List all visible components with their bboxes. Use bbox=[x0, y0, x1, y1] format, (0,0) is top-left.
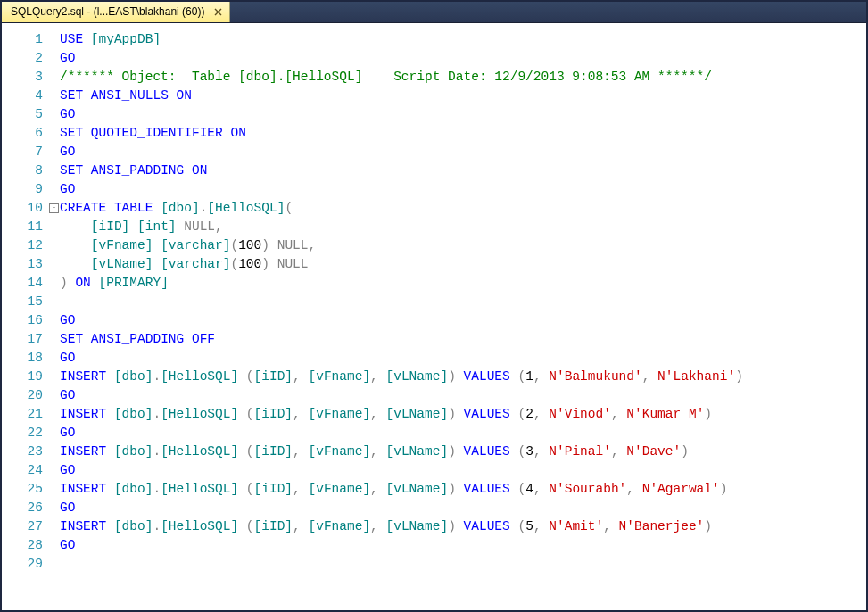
fold-marker bbox=[48, 49, 60, 68]
code-line[interactable]: USE [myAppDB] bbox=[60, 30, 866, 49]
fold-marker bbox=[48, 480, 60, 499]
code-line[interactable]: GO bbox=[60, 499, 866, 517]
file-tab[interactable]: SQLQuery2.sql - (l...EAST\blakhani (60)) bbox=[2, 2, 230, 22]
fold-marker bbox=[48, 368, 60, 386]
fold-marker bbox=[48, 274, 60, 293]
code-line[interactable]: GO bbox=[60, 349, 866, 368]
fold-marker bbox=[48, 517, 60, 536]
fold-marker bbox=[48, 424, 60, 442]
code-line[interactable]: GO bbox=[60, 386, 866, 405]
line-number: 22 bbox=[2, 424, 43, 442]
fold-marker bbox=[48, 536, 60, 555]
code-line[interactable]: INSERT [dbo].[HelloSQL] ([iID], [vFname]… bbox=[60, 442, 866, 461]
code-line[interactable]: INSERT [dbo].[HelloSQL] ([iID], [vFname]… bbox=[60, 405, 866, 424]
code-line[interactable]: GO bbox=[60, 461, 866, 480]
code-line[interactable]: GO bbox=[60, 536, 866, 555]
line-number: 10 bbox=[2, 199, 43, 218]
line-number: 24 bbox=[2, 461, 43, 480]
tab-title: SQLQuery2.sql - (l...EAST\blakhani (60)) bbox=[11, 3, 204, 21]
code-line[interactable]: GO bbox=[60, 143, 866, 161]
fold-marker bbox=[48, 442, 60, 461]
line-number: 27 bbox=[2, 517, 43, 536]
line-number: 17 bbox=[2, 330, 43, 349]
code-line[interactable]: SET ANSI_NULLS ON bbox=[60, 87, 866, 105]
line-number: 13 bbox=[2, 255, 43, 274]
fold-marker bbox=[48, 330, 60, 349]
code-line[interactable]: [iID] [int] NULL, bbox=[60, 218, 866, 236]
line-number: 14 bbox=[2, 274, 43, 293]
line-number: 9 bbox=[2, 180, 43, 199]
line-number: 19 bbox=[2, 368, 43, 386]
fold-marker bbox=[48, 124, 60, 143]
fold-marker bbox=[48, 499, 60, 517]
code-line[interactable]: /****** Object: Table [dbo].[HelloSQL] S… bbox=[60, 68, 866, 87]
fold-marker bbox=[48, 255, 60, 274]
line-number: 18 bbox=[2, 349, 43, 368]
line-number: 23 bbox=[2, 442, 43, 461]
editor-frame: SQLQuery2.sql - (l...EAST\blakhani (60))… bbox=[0, 0, 868, 612]
code-line[interactable]: INSERT [dbo].[HelloSQL] ([iID], [vFname]… bbox=[60, 517, 866, 536]
fold-marker bbox=[48, 405, 60, 424]
code-line[interactable] bbox=[60, 293, 866, 311]
code-line[interactable]: INSERT [dbo].[HelloSQL] ([iID], [vFname]… bbox=[60, 480, 866, 499]
line-number: 1 bbox=[2, 30, 43, 49]
fold-marker bbox=[48, 236, 60, 255]
code-line[interactable]: ) ON [PRIMARY] bbox=[60, 274, 866, 293]
code-line[interactable]: GO bbox=[60, 105, 866, 124]
line-number: 8 bbox=[2, 161, 43, 180]
code-line[interactable]: INSERT [dbo].[HelloSQL] ([iID], [vFname]… bbox=[60, 368, 866, 386]
code-editor[interactable]: USE [myAppDB]GO/****** Object: Table [db… bbox=[60, 23, 866, 610]
fold-marker bbox=[48, 30, 60, 49]
fold-marker[interactable]: - bbox=[48, 199, 60, 218]
code-area: 1234567891011121314151617181920212223242… bbox=[2, 23, 866, 610]
close-icon[interactable] bbox=[211, 6, 224, 19]
line-number: 11 bbox=[2, 218, 43, 236]
line-number: 25 bbox=[2, 480, 43, 499]
code-line[interactable]: GO bbox=[60, 49, 866, 68]
code-line[interactable]: SET ANSI_PADDING ON bbox=[60, 161, 866, 180]
fold-column: - bbox=[48, 23, 60, 610]
line-number-gutter: 1234567891011121314151617181920212223242… bbox=[2, 23, 48, 610]
line-number: 6 bbox=[2, 124, 43, 143]
fold-marker bbox=[48, 180, 60, 199]
line-number: 5 bbox=[2, 105, 43, 124]
line-number: 2 bbox=[2, 49, 43, 68]
code-line[interactable]: GO bbox=[60, 311, 866, 330]
code-line[interactable]: CREATE TABLE [dbo].[HelloSQL]( bbox=[60, 199, 866, 218]
fold-marker bbox=[48, 218, 60, 236]
code-line[interactable]: GO bbox=[60, 424, 866, 442]
fold-marker bbox=[48, 293, 60, 311]
code-line[interactable]: SET ANSI_PADDING OFF bbox=[60, 330, 866, 349]
line-number: 12 bbox=[2, 236, 43, 255]
fold-marker bbox=[48, 161, 60, 180]
fold-marker bbox=[48, 555, 60, 574]
code-line[interactable] bbox=[60, 555, 866, 574]
fold-collapse-icon[interactable]: - bbox=[49, 203, 59, 213]
fold-marker bbox=[48, 68, 60, 87]
line-number: 16 bbox=[2, 311, 43, 330]
fold-marker bbox=[48, 349, 60, 368]
line-number: 28 bbox=[2, 536, 43, 555]
line-number: 21 bbox=[2, 405, 43, 424]
line-number: 3 bbox=[2, 68, 43, 87]
line-number: 20 bbox=[2, 386, 43, 405]
line-number: 7 bbox=[2, 143, 43, 161]
tab-strip: SQLQuery2.sql - (l...EAST\blakhani (60)) bbox=[2, 2, 866, 23]
code-line[interactable]: [vFname] [varchar](100) NULL, bbox=[60, 236, 866, 255]
fold-marker bbox=[48, 87, 60, 105]
line-number: 26 bbox=[2, 499, 43, 517]
code-line[interactable]: GO bbox=[60, 180, 866, 199]
fold-marker bbox=[48, 143, 60, 161]
line-number: 4 bbox=[2, 87, 43, 105]
code-line[interactable]: SET QUOTED_IDENTIFIER ON bbox=[60, 124, 866, 143]
line-number: 15 bbox=[2, 293, 43, 311]
fold-marker bbox=[48, 386, 60, 405]
code-line[interactable]: [vLName] [varchar](100) NULL bbox=[60, 255, 866, 274]
fold-marker bbox=[48, 105, 60, 124]
fold-marker bbox=[48, 311, 60, 330]
line-number: 29 bbox=[2, 555, 43, 574]
fold-marker bbox=[48, 461, 60, 480]
